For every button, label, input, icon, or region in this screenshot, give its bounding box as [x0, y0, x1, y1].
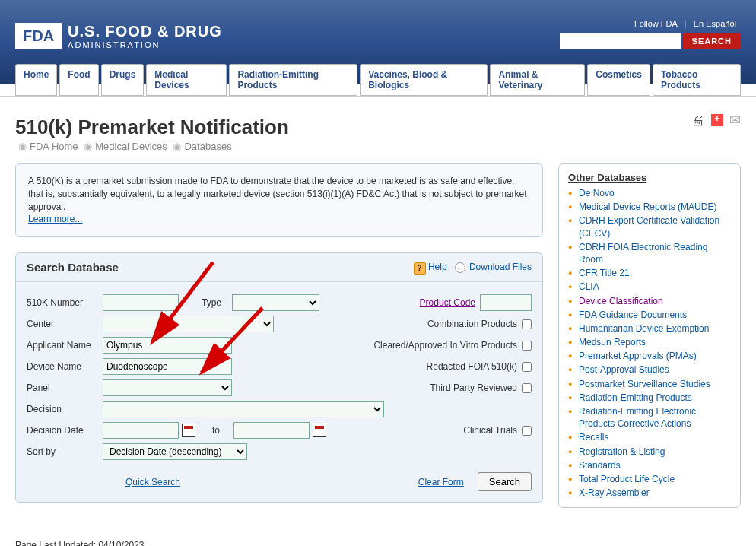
quick-search-link[interactable]: Quick Search — [125, 477, 180, 487]
clinical-label: Clinical Trials — [463, 425, 517, 436]
breadcrumb-item[interactable]: Databases — [184, 141, 231, 152]
sidebar-title: Other Databases — [568, 172, 731, 183]
sortby-label: Sort by — [27, 446, 103, 457]
device-name-label: Device Name — [27, 361, 103, 372]
nav-item[interactable]: Medical Devices — [146, 64, 227, 96]
sidebar-item: Standards — [568, 459, 731, 472]
product-code-link[interactable]: Product Code — [420, 297, 475, 308]
sidebar-item: X-Ray Assembler — [568, 486, 731, 500]
nav-item[interactable]: Vaccines, Blood & Biologics — [360, 64, 488, 96]
type-select[interactable] — [232, 294, 319, 311]
sidebar-item: CLIA — [568, 280, 731, 294]
combination-checkbox[interactable] — [522, 319, 532, 329]
info-box: A 510(K) is a premarket submission made … — [15, 163, 543, 237]
sidebar-link[interactable]: Total Product Life Cycle — [579, 474, 675, 484]
cleared-label: Cleared/Approved In Vitro Products — [373, 340, 517, 351]
sidebar-link[interactable]: FDA Guidance Documents — [579, 310, 687, 320]
sidebar-item: De Novo — [568, 186, 731, 200]
sidebar-link[interactable]: Device Classification — [579, 296, 663, 306]
search-database-panel: Search Database Help Download Files 510K… — [15, 252, 543, 503]
page-footer: Page Last Updated: 04/10/2023 Note: If y… — [0, 538, 756, 546]
nav-item[interactable]: Drugs — [101, 64, 145, 96]
sidebar-item: Humanitarian Device Exemption — [568, 322, 731, 335]
help-link[interactable]: Help — [428, 262, 447, 272]
search-button[interactable]: Search — [478, 472, 532, 491]
site-search-input[interactable] — [560, 33, 681, 49]
sidebar-link[interactable]: Humanitarian Device Exemption — [579, 323, 709, 334]
sidebar-link[interactable]: Standards — [579, 460, 621, 471]
sidebar-item: Premarket Approvals (PMAs) — [568, 349, 731, 363]
nav-item[interactable]: Home — [15, 64, 57, 96]
redacted-label: Redacted FOIA 510(k) — [427, 361, 517, 372]
nav-item[interactable]: Food — [59, 64, 98, 96]
clinical-checkbox[interactable] — [522, 426, 532, 436]
applicant-label: Applicant Name — [27, 340, 103, 351]
decision-select[interactable] — [103, 401, 384, 417]
download-files-link[interactable]: Download Files — [469, 262, 532, 272]
agency-name-line1: U.S. FOOD & DRUG — [68, 23, 222, 40]
calendar-icon[interactable] — [182, 424, 195, 437]
sidebar-link[interactable]: Post-Approval Studies — [579, 364, 669, 375]
decision-date-from-input[interactable] — [103, 422, 179, 439]
fda-logo[interactable]: FDA U.S. FOOD & DRUG ADMINISTRATION — [15, 23, 222, 49]
panel-select[interactable] — [103, 379, 232, 396]
sidebar-link[interactable]: X-Ray Assembler — [579, 487, 650, 498]
sidebar-link[interactable]: Postmarket Surveillance Studies — [579, 379, 710, 389]
type-label: Type — [202, 297, 232, 308]
breadcrumb-item[interactable]: Medical Devices — [95, 141, 167, 152]
sidebar-link[interactable]: Recalls — [579, 432, 608, 443]
breadcrumb-item[interactable]: FDA Home — [30, 141, 78, 152]
applicant-name-input[interactable] — [103, 337, 232, 354]
en-espanol-link[interactable]: En Español — [689, 19, 741, 28]
sortby-select[interactable]: Decision Date (descending) — [103, 443, 247, 460]
sidebar-link[interactable]: Registration & Listing — [579, 446, 665, 457]
sidebar-item: CDRH Export Certificate Validation (CECV… — [568, 214, 731, 240]
print-icon[interactable]: 🖨 — [691, 113, 705, 129]
decision-label: Decision — [27, 404, 103, 414]
nav-item[interactable]: Tobacco Products — [653, 64, 741, 96]
sidebar-link[interactable]: Medical Device Reports (MAUDE) — [579, 202, 716, 212]
nav-item[interactable]: Animal & Veterinary — [490, 64, 585, 96]
info-text: A 510(K) is a premarket submission made … — [28, 176, 527, 212]
k-number-label: 510K Number — [27, 297, 103, 308]
nav-item[interactable]: Radiation-Emitting Products — [229, 64, 357, 96]
sidebar-link[interactable]: De Novo — [579, 188, 615, 198]
sidebar-item: Registration & Listing — [568, 445, 731, 459]
site-search-button[interactable]: SEARCH — [683, 33, 741, 49]
sidebar-link[interactable]: Radiation-Emitting Electronic Products C… — [579, 406, 696, 429]
device-name-input[interactable] — [103, 358, 232, 375]
panel-label: Panel — [27, 383, 103, 393]
calendar-icon[interactable] — [313, 424, 326, 437]
sidebar-link[interactable]: Premarket Approvals (PMAs) — [579, 351, 697, 361]
center-label: Center — [27, 319, 103, 329]
breadcrumb: ◉FDA Home ◉Medical Devices ◉Databases — [15, 141, 741, 152]
k-number-input[interactable] — [103, 294, 179, 311]
nav-item[interactable]: Cosmetics — [587, 64, 650, 96]
learn-more-link[interactable]: Learn more... — [28, 214, 82, 224]
center-select[interactable] — [103, 316, 274, 332]
other-databases-box: Other Databases De NovoMedical Device Re… — [558, 163, 741, 508]
clear-form-link[interactable]: Clear Form — [418, 477, 464, 487]
sidebar-link[interactable]: Medsun Reports — [579, 337, 646, 348]
combination-label: Combination Products — [427, 319, 517, 329]
download-icon[interactable] — [455, 262, 465, 273]
thirdparty-checkbox[interactable] — [522, 383, 532, 393]
sidebar-link[interactable]: CDRH Export Certificate Validation (CECV… — [579, 215, 719, 238]
sidebar-item: Post-Approval Studies — [568, 363, 731, 376]
sidebar-item: Device Classification — [568, 294, 731, 308]
share-icon[interactable]: + — [711, 114, 723, 126]
email-icon[interactable]: ✉ — [729, 112, 741, 129]
sidebar-link[interactable]: CDRH FOIA Electronic Reading Room — [579, 242, 707, 265]
decision-date-to-input[interactable] — [233, 422, 310, 439]
help-icon[interactable] — [414, 262, 424, 273]
sidebar-link[interactable]: CLIA — [579, 281, 599, 292]
cleared-checkbox[interactable] — [522, 341, 532, 351]
sidebar-link[interactable]: CFR Title 21 — [579, 268, 630, 278]
product-code-input[interactable] — [480, 294, 532, 311]
redacted-checkbox[interactable] — [522, 362, 532, 372]
sidebar-item: FDA Guidance Documents — [568, 308, 731, 322]
decision-date-label: Decision Date — [27, 425, 103, 436]
sidebar-link[interactable]: Radiation-Emitting Products — [579, 392, 692, 403]
sidebar-item: Radiation-Emitting Products — [568, 391, 731, 405]
follow-fda-link[interactable]: Follow FDA — [630, 19, 682, 28]
